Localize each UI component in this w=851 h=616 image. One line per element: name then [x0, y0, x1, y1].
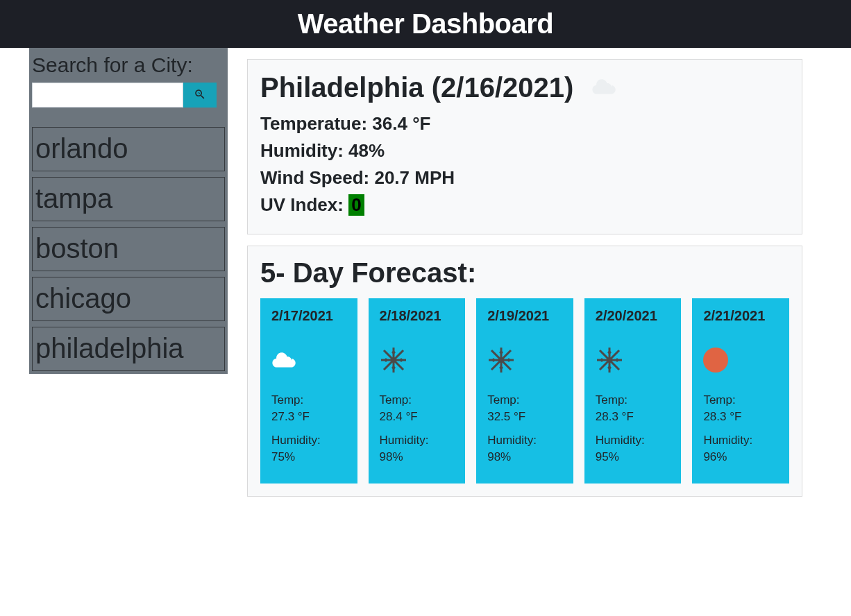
search-icon — [194, 88, 206, 103]
forecast-hum-label: Humidity: — [380, 434, 455, 447]
snowflake-icon — [596, 346, 671, 374]
forecast-temp: 27.3 °F — [271, 410, 346, 424]
app-title: Weather Dashboard — [0, 8, 851, 40]
forecast-hum: 95% — [596, 450, 671, 464]
forecast-panel: 5- Day Forecast: 2/17/2021Temp:27.3 °FHu… — [247, 246, 802, 497]
forecast-temp: 32.5 °F — [487, 410, 562, 424]
history-item[interactable]: boston — [32, 227, 225, 271]
forecast-temp: 28.4 °F — [380, 410, 455, 424]
forecast-date: 2/20/2021 — [596, 308, 671, 324]
today-temp: Temperatue: 36.4 °F — [260, 113, 789, 135]
history-list: orlandotampabostonchicagophiladelphia — [32, 127, 225, 371]
forecast-hum-label: Humidity: — [487, 434, 562, 447]
forecast-hum-label: Humidity: — [271, 434, 346, 447]
today-title-row: Philadelphia (2/16/2021) — [260, 72, 789, 103]
forecast-temp-label: Temp: — [487, 393, 562, 407]
today-wind: Wind Speed: 20.7 MPH — [260, 167, 789, 189]
today-panel: Philadelphia (2/16/2021) Temperatue: 36.… — [247, 59, 802, 234]
forecast-temp: 28.3 °F — [703, 410, 778, 424]
today-humidity: Humidity: 48% — [260, 140, 789, 162]
cloud-icon — [590, 72, 621, 103]
today-title: Philadelphia (2/16/2021) — [260, 72, 573, 103]
forecast-date: 2/17/2021 — [271, 308, 346, 324]
forecast-hum: 98% — [380, 450, 455, 464]
forecast-temp-label: Temp: — [596, 393, 671, 407]
forecast-temp-label: Temp: — [703, 393, 778, 407]
forecast-date: 2/21/2021 — [703, 308, 778, 324]
forecast-card: 2/19/2021Temp:32.5 °FHumidity:98% — [476, 298, 573, 484]
forecast-temp: 28.3 °F — [596, 410, 671, 424]
forecast-card: 2/21/2021Temp:28.3 °FHumidity:96% — [692, 298, 789, 484]
uv-badge: 0 — [348, 194, 364, 216]
forecast-card: 2/17/2021Temp:27.3 °FHumidity:75% — [260, 298, 357, 484]
forecast-temp-label: Temp: — [271, 393, 346, 407]
forecast-hum-label: Humidity: — [596, 434, 671, 447]
history-item[interactable]: orlando — [32, 127, 225, 171]
app-header: Weather Dashboard — [0, 0, 851, 48]
snowflake-icon — [487, 346, 562, 374]
forecast-date: 2/18/2021 — [380, 308, 455, 324]
today-uv-row: UV Index: 0 — [260, 194, 789, 216]
forecast-hum-label: Humidity: — [703, 434, 778, 447]
search-button[interactable] — [183, 83, 217, 108]
forecast-card: 2/20/2021Temp:28.3 °FHumidity:95% — [584, 298, 682, 484]
uv-label: UV Index: — [260, 194, 348, 215]
search-label: Search for a City: — [32, 53, 225, 77]
cloud-icon — [271, 346, 346, 374]
sun-icon — [703, 346, 778, 374]
history-item[interactable]: philadelphia — [32, 327, 225, 371]
forecast-temp-label: Temp: — [380, 393, 455, 407]
forecast-hum: 98% — [487, 450, 562, 464]
history-item[interactable]: chicago — [32, 277, 225, 321]
forecast-title: 5- Day Forecast: — [260, 257, 789, 289]
forecast-card: 2/18/2021Temp:28.4 °FHumidity:98% — [369, 298, 466, 484]
forecast-cards: 2/17/2021Temp:27.3 °FHumidity:75%2/18/20… — [260, 298, 789, 484]
forecast-hum: 75% — [271, 450, 346, 464]
forecast-hum: 96% — [703, 450, 778, 464]
sidebar: Search for a City: orlandotampabostonchi… — [29, 48, 228, 374]
forecast-date: 2/19/2021 — [487, 308, 562, 324]
search-row — [32, 83, 225, 108]
search-input[interactable] — [32, 83, 183, 108]
main-content: Philadelphia (2/16/2021) Temperatue: 36.… — [228, 48, 822, 519]
snowflake-icon — [380, 346, 455, 374]
history-item[interactable]: tampa — [32, 177, 225, 221]
